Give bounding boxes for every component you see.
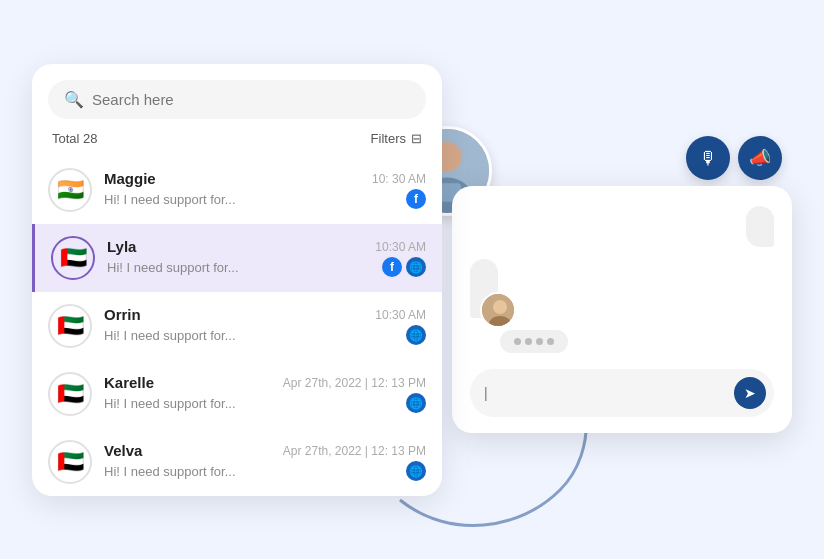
typing-dot [547,338,554,345]
chat-panel: 🎙 📣 [452,166,792,433]
typing-dot [525,338,532,345]
chat-time: 10:30 AM [375,308,426,322]
chat-preview: Hi! I need support for... [104,464,236,479]
chat-preview: Hi! I need support for... [104,192,236,207]
search-input[interactable] [92,91,410,108]
list-item[interactable]: 🇦🇪 Orrin 10:30 AM Hi! I need support for… [32,292,442,360]
filters-label: Filters [371,131,406,146]
filter-icon: ⊟ [411,131,422,146]
name-row: Orrin 10:30 AM [104,306,426,323]
facebook-icon: f [406,189,426,209]
flag-icon: 🇦🇪 [57,313,84,339]
avatar: 🇦🇪 [48,304,92,348]
list-header: Total 28 Filters ⊟ [32,131,442,156]
chat-info: Maggie 10: 30 AM Hi! I need support for.… [104,170,426,209]
list-item[interactable]: 🇦🇪 Lyla 10:30 AM Hi! I need support for.… [32,224,442,292]
message-input[interactable] [484,385,726,401]
contact-name: Orrin [104,306,141,323]
web-icon: 🌐 [406,325,426,345]
chat-info: Orrin 10:30 AM Hi! I need support for...… [104,306,426,345]
avatar: 🇦🇪 [48,372,92,416]
total-count: Total 28 [52,131,98,146]
send-icon: ➤ [744,385,756,401]
search-icon: 🔍 [64,90,84,109]
flag-icon: 🇦🇪 [57,381,84,407]
preview-row: Hi! I need support for... f 🌐 [107,257,426,277]
facebook-icon: f [382,257,402,277]
mic-icon: 🎙 [699,148,717,169]
contact-list: 🇮🇳 Maggie 10: 30 AM Hi! I need support f… [32,156,442,496]
incoming-message [470,259,774,318]
chat-info: Velva Apr 27th, 2022 | 12: 13 PM Hi! I n… [104,442,426,481]
chat-preview: Hi! I need support for... [107,260,239,275]
action-buttons: 🎙 📣 [686,136,782,180]
chat-icons: f [406,189,426,209]
avatar: 🇮🇳 [48,168,92,212]
list-item[interactable]: 🇦🇪 Karelle Apr 27th, 2022 | 12: 13 PM Hi… [32,360,442,428]
contact-name: Maggie [104,170,156,187]
speaker-icon: 📣 [749,147,771,169]
contact-name: Velva [104,442,142,459]
web-icon: 🌐 [406,257,426,277]
chat-icons: 🌐 [406,325,426,345]
svg-point-5 [493,300,507,314]
contact-name: Karelle [104,374,154,391]
flag-icon: 🇮🇳 [57,177,84,203]
avatar: 🇦🇪 [48,440,92,484]
name-row: Karelle Apr 27th, 2022 | 12: 13 PM [104,374,426,391]
preview-row: Hi! I need support for... 🌐 [104,325,426,345]
chat-icons: 🌐 [406,393,426,413]
filters-button[interactable]: Filters ⊟ [371,131,422,146]
chat-time: 10:30 AM [375,240,426,254]
web-icon: 🌐 [406,461,426,481]
web-icon: 🌐 [406,393,426,413]
typing-dot [536,338,543,345]
contact-name: Lyla [107,238,136,255]
message-bubble-right [746,206,774,247]
chat-time: Apr 27th, 2022 | 12: 13 PM [283,444,426,458]
typing-dot [514,338,521,345]
chat-list-panel: 🔍 Total 28 Filters ⊟ 🇮🇳 Maggie 10: [32,64,442,496]
chat-info: Karelle Apr 27th, 2022 | 12: 13 PM Hi! I… [104,374,426,413]
chat-time: 10: 30 AM [372,172,426,186]
chat-preview: Hi! I need support for... [104,328,236,343]
chat-icons: f 🌐 [382,257,426,277]
name-row: Lyla 10:30 AM [107,238,426,255]
preview-row: Hi! I need support for... 🌐 [104,393,426,413]
typing-bubble [500,330,568,353]
search-bar[interactable]: 🔍 [48,80,426,119]
list-item[interactable]: 🇦🇪 Velva Apr 27th, 2022 | 12: 13 PM Hi! … [32,428,442,496]
outgoing-message [470,206,774,247]
message-input-row: ➤ [470,369,774,417]
speaker-button[interactable]: 📣 [738,136,782,180]
list-item[interactable]: 🇮🇳 Maggie 10: 30 AM Hi! I need support f… [32,156,442,224]
chat-window: ➤ [452,186,792,433]
name-row: Maggie 10: 30 AM [104,170,426,187]
send-button[interactable]: ➤ [734,377,766,409]
preview-row: Hi! I need support for... f [104,189,426,209]
app-container: 🔍 Total 28 Filters ⊟ 🇮🇳 Maggie 10: [0,0,824,559]
message-bubble-left [470,259,498,318]
sender-avatar [480,292,516,328]
avatar: 🇦🇪 [51,236,95,280]
typing-indicator [470,330,774,353]
chat-info: Lyla 10:30 AM Hi! I need support for... … [107,238,426,277]
chat-icons: 🌐 [406,461,426,481]
chat-time: Apr 27th, 2022 | 12: 13 PM [283,376,426,390]
preview-row: Hi! I need support for... 🌐 [104,461,426,481]
flag-icon: 🇦🇪 [60,245,87,271]
name-row: Velva Apr 27th, 2022 | 12: 13 PM [104,442,426,459]
flag-icon: 🇦🇪 [57,449,84,475]
mic-button[interactable]: 🎙 [686,136,730,180]
chat-preview: Hi! I need support for... [104,396,236,411]
